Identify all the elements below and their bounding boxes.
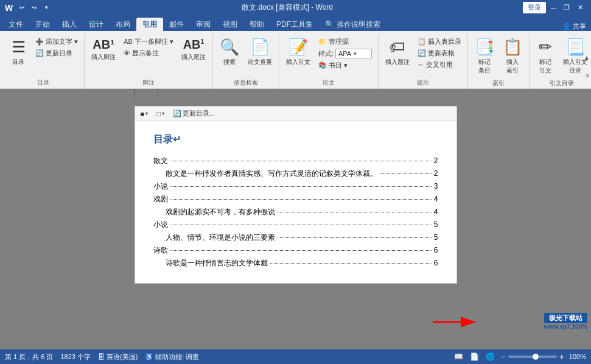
insert-caption-button[interactable]: 🏷 插入题注 <box>382 36 413 68</box>
accessibility-icon: ♿ <box>145 353 153 361</box>
window-title: 散文.docx [兼容模式] - Word <box>52 2 523 13</box>
tab-file[interactable]: 文件 <box>2 18 29 31</box>
search-label: 搜索 <box>223 58 236 66</box>
ribbon-group-citation: 📝 插入引文 📁 管理源 样式: APA ▼ 📚 书目 ▾ <box>279 33 379 88</box>
paper-check-button[interactable]: 📄 论文查重 <box>245 36 275 68</box>
citation-group-label: 论文 <box>283 77 374 88</box>
search-button[interactable]: 🔍 搜索 <box>217 36 242 68</box>
manage-label: 管理源 <box>329 37 349 46</box>
status-bar: 第 1 页，共 6 页 1823 个字 🗄 英语(美国) ♿ 辅助功能: 调查 … <box>0 349 591 364</box>
toc-icon: ☰ <box>12 38 26 57</box>
ribbon-group-citation-index: ✏ 标记引文 📃 插入引文目录 引文目录 <box>530 33 591 88</box>
toc-page-5: 5 <box>434 220 438 229</box>
minimize-button[interactable]: ─ <box>547 2 559 14</box>
ribbon-collapse-button[interactable]: ▲ <box>584 54 590 61</box>
zoom-minus-button[interactable]: − <box>500 352 505 362</box>
redo-button[interactable]: ↪ <box>29 2 40 13</box>
undo-button[interactable]: ↩ <box>16 2 27 13</box>
tab-design[interactable]: 设计 <box>83 18 110 31</box>
manage-source-button[interactable]: 📁 管理源 <box>316 36 374 47</box>
insert-footnote-button[interactable]: AB¹ 插入脚注 <box>88 36 119 63</box>
style-select[interactable]: APA ▼ <box>335 49 372 58</box>
web-view-button[interactable]: 🌐 <box>484 351 495 362</box>
read-view-button[interactable]: 📖 <box>453 351 464 362</box>
tab-view[interactable]: 视图 <box>217 18 243 31</box>
mark-citation-icon: ✏ <box>539 38 552 57</box>
ribbon-group-search-content: 🔍 搜索 📄 论文查重 <box>217 33 275 77</box>
toc-entry-3: 戏剧 4 <box>153 194 438 205</box>
insert-citation-button[interactable]: 📝 插入引文 <box>283 36 313 68</box>
tab-references[interactable]: 引用 <box>136 18 163 31</box>
next-footnote-button[interactable]: AB 下一条脚注 ▾ <box>121 36 176 47</box>
mark-citation-button[interactable]: ✏ 标记引文 <box>533 36 558 77</box>
style-dropdown-button[interactable]: 样式: APA ▼ <box>316 47 374 60</box>
citation-index-group-label: 引文目录 <box>533 78 590 89</box>
style-value: APA <box>338 50 351 57</box>
toc-entry-0: 散文 2 <box>153 156 438 166</box>
insert-table-of-figs-button[interactable]: 📋 插入表目录 <box>415 36 464 47</box>
update-toc-button[interactable]: 🔄 更新目录 <box>33 47 80 59</box>
zoom-plus-button[interactable]: + <box>559 352 564 362</box>
toc-page-2: 3 <box>434 182 438 191</box>
toc-grid-icon: ■ <box>141 110 145 117</box>
ribbon-group-citation-content: 📝 插入引文 📁 管理源 样式: APA ▼ 📚 书目 ▾ <box>283 33 374 77</box>
ribbon-group-footnote: AB¹ 插入脚注 AB 下一条脚注 ▾ 👁 显示备注 AB1 插入尾注 脚注 ⊠ <box>85 33 213 88</box>
tab-mailings[interactable]: 邮件 <box>163 18 190 31</box>
insert-endnote-button[interactable]: AB1 插入尾注 <box>178 36 209 63</box>
style-dropdown-arrow: ▼ <box>352 51 357 57</box>
caption-group-label: 题注 <box>382 77 464 88</box>
update-table-button[interactable]: 🔄 更新表格 <box>415 47 464 59</box>
print-view-button[interactable]: 📄 <box>469 351 480 362</box>
search-group-label: 信息检索 <box>217 77 275 88</box>
toc-dots-8 <box>270 263 432 264</box>
toc-entry-1: 散文是一种抒发作者真情实感、写作方式灵活的记叙类文学体裁。 2 <box>153 169 438 179</box>
toc-page-8: 6 <box>434 259 438 267</box>
cross-reference-button[interactable]: ↔ 交叉引用 <box>415 59 464 71</box>
lang-label: 英语(美国) <box>107 352 138 362</box>
toc-dots-2 <box>170 186 432 187</box>
cr-label: ↔ 交叉引用 <box>418 60 453 69</box>
tab-help[interactable]: 帮助 <box>243 18 270 31</box>
tab-pdf[interactable]: PDF工具集 <box>270 18 319 31</box>
toc-button[interactable]: ☰ 目录 <box>6 36 30 68</box>
toc-toolbar-icon2[interactable]: □ ▾ <box>153 109 167 119</box>
zoom-controls: − + <box>500 352 564 362</box>
mark-entry-button[interactable]: 📑 标记条目 <box>472 36 497 77</box>
manage-icon: 📁 <box>318 38 327 46</box>
citation-col: 📁 管理源 样式: APA ▼ 📚 书目 ▾ <box>316 36 374 71</box>
restore-button[interactable]: ❐ <box>561 2 573 14</box>
bibliography-button[interactable]: 📚 书目 ▾ <box>316 60 374 71</box>
ribbon-group-toc-content: ☰ 目录 ➕ 添加文字 ▾ 🔄 更新目录 <box>6 33 80 77</box>
quick-access-dropdown[interactable]: ▼ <box>41 2 52 13</box>
add-text-button[interactable]: ➕ 添加文字 ▾ <box>33 36 80 47</box>
tab-review[interactable]: 审阅 <box>190 18 217 31</box>
ribbon-group-citation-index-content: ✏ 标记引文 📃 插入引文目录 <box>533 33 590 78</box>
zoom-track[interactable] <box>508 355 557 358</box>
login-button[interactable]: 登录 <box>523 2 546 13</box>
ribbon-group-search: 🔍 搜索 📄 论文查重 信息检索 <box>213 33 279 88</box>
tab-bar-right: 👤 共享 <box>562 22 591 31</box>
insert-index-button[interactable]: 📋 插入索引 <box>500 36 525 77</box>
tab-layout[interactable]: 布局 <box>110 18 136 31</box>
ribbon-group-index-content: 📑 标记条目 📋 插入索引 <box>472 33 525 78</box>
toc-text-8: 诗歌是一种抒情言志的文学体裁 <box>166 258 268 268</box>
toc-entry-2: 小说 3 <box>153 181 438 192</box>
ribbon-group-caption-content: 🏷 插入题注 📋 插入表目录 🔄 更新表格 ↔ 交叉引用 <box>382 33 464 77</box>
show-notes-label: 👁 显示备注 <box>124 49 159 58</box>
zoom-percentage[interactable]: 100% <box>569 353 586 360</box>
caption-icon: 🏷 <box>390 38 405 57</box>
show-notes-button[interactable]: 👁 显示备注 <box>121 47 176 59</box>
tab-insert[interactable]: 插入 <box>56 18 83 31</box>
footnote-group-expand[interactable]: ⊠ <box>586 73 590 79</box>
close-button[interactable]: ✕ <box>574 2 586 14</box>
tab-search[interactable]: 🔍操作说明搜索 <box>319 18 386 31</box>
toc-update-icon: 🔄 <box>173 110 181 117</box>
tab-home[interactable]: 开始 <box>29 18 56 31</box>
toc-update-label: 更新目录... <box>183 109 215 118</box>
toc-text-5: 小说 <box>153 220 168 230</box>
brand-watermark: 极光下载站 www.xp7.100% <box>544 313 587 330</box>
toc-toolbar: ■ ▾ □ ▾ 🔄 更新目录... <box>135 107 456 121</box>
share-button[interactable]: 👤 共享 <box>562 22 586 31</box>
toc-toolbar-icon1[interactable]: ■ ▾ <box>138 109 152 119</box>
toc-update-button[interactable]: 🔄 更新目录... <box>170 108 218 119</box>
